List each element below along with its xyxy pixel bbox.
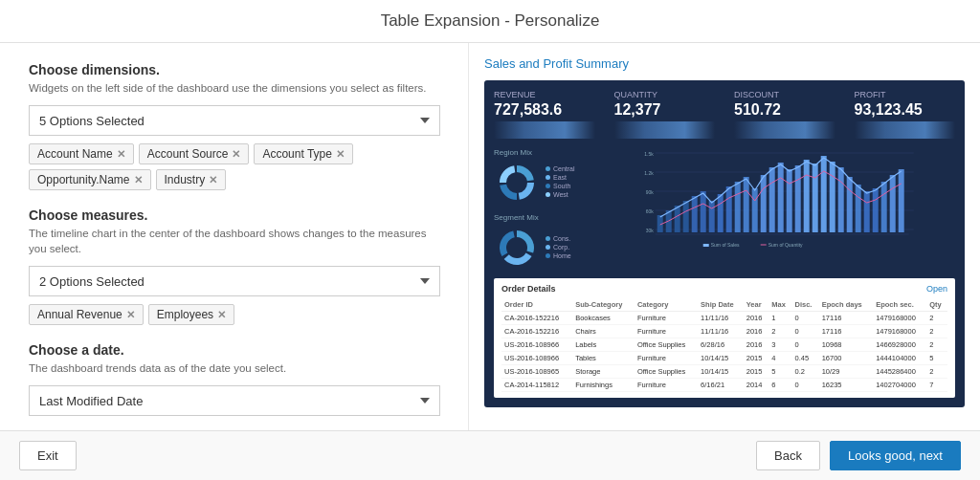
- metric-item-3: Profit 93,123.45: [855, 90, 956, 139]
- donut-legend: CentralEastSouthWest: [546, 165, 575, 200]
- date-desc: The dashboard trends data as of the date…: [29, 360, 439, 376]
- table-cell: CA-2016-152216: [501, 325, 572, 338]
- dimension-tag-close[interactable]: ✕: [117, 148, 125, 161]
- order-details-title: Order Details: [501, 284, 556, 294]
- order-table-header: Disc.: [792, 298, 819, 312]
- table-cell: 0: [792, 312, 819, 325]
- table-row: CA-2014-115812FurnishingsFurniture6/16/2…: [501, 379, 947, 392]
- order-details-card: Order Details Open Order IDSub-CategoryC…: [494, 278, 955, 398]
- top-bar: Table Expansion - Personalize: [0, 0, 980, 43]
- measures-title: Choose measures.: [29, 207, 439, 223]
- metric-sparkline: [734, 121, 835, 139]
- dimensions-dropdown[interactable]: 5 Options Selected: [29, 105, 440, 136]
- table-cell: Furniture: [635, 352, 698, 365]
- page-title: Table Expansion - Personalize: [381, 11, 600, 30]
- exit-button[interactable]: Exit: [19, 441, 77, 470]
- next-button[interactable]: Looks good, next: [830, 441, 961, 470]
- table-cell: 7: [926, 379, 947, 392]
- table-row: US-2016-108965StorageOffice Supplies10/1…: [501, 365, 947, 379]
- measure-tag: Employees✕: [148, 304, 234, 325]
- metric-item-2: Discount 510.72: [734, 90, 835, 139]
- donut-0: Region MixCentralEastSouthWest: [494, 148, 575, 206]
- svg-rect-34: [863, 191, 869, 232]
- svg-rect-25: [786, 169, 791, 232]
- table-cell: 1466928000: [873, 338, 926, 352]
- table-cell: Chairs: [572, 325, 635, 338]
- dimension-tag-close[interactable]: ✕: [209, 174, 217, 186]
- metric-label: Quantity: [614, 90, 716, 99]
- table-cell: US-2016-108965: [501, 365, 572, 379]
- dimensions-dropdown-arrow: [420, 118, 430, 123]
- table-cell: 2: [926, 312, 947, 325]
- table-cell: 2: [926, 325, 947, 338]
- back-button[interactable]: Back: [756, 441, 820, 470]
- table-cell: 1479168000: [873, 325, 926, 338]
- dimension-tag: Account Name✕: [29, 143, 134, 164]
- table-row: CA-2016-152216BookcasesFurniture11/11/16…: [501, 312, 947, 325]
- metric-sparkline: [614, 121, 716, 139]
- order-table-header: Max: [768, 298, 791, 312]
- right-panel: Sales and Profit Summary Revenue 727,583…: [469, 43, 980, 430]
- svg-rect-22: [760, 175, 766, 232]
- table-cell: 1: [768, 312, 791, 325]
- order-table-header: Year: [744, 298, 769, 312]
- table-cell: 10968: [819, 338, 874, 352]
- dimension-tag-close[interactable]: ✕: [232, 148, 240, 161]
- svg-rect-27: [803, 160, 809, 232]
- table-cell: 16235: [819, 379, 874, 392]
- table-cell: US-2016-108966: [501, 338, 572, 352]
- table-cell: US-2016-108966: [501, 352, 572, 365]
- table-cell: CA-2016-152216: [501, 312, 572, 325]
- donut-legend: Cons.Corp.Home: [546, 235, 571, 261]
- table-cell: 6: [768, 379, 791, 392]
- charts-middle: Region MixCentralEastSouthWestSegment Mi…: [494, 148, 955, 271]
- table-cell: Labels: [572, 338, 635, 352]
- dimension-tag-close[interactable]: ✕: [134, 174, 143, 186]
- table-cell: 2016: [744, 338, 769, 352]
- measure-tag-close[interactable]: ✕: [126, 309, 135, 321]
- metric-value: 727,583.6: [494, 101, 595, 119]
- bar-chart-svg: 1.5k 1.2k 90k 60k 30k: [585, 148, 955, 253]
- date-dropdown-arrow: [420, 398, 430, 404]
- measures-dropdown-value: 2 Options Selected: [39, 274, 145, 289]
- measure-tag-close[interactable]: ✕: [217, 309, 226, 321]
- order-table-header: Ship Date: [698, 298, 744, 312]
- table-cell: 4: [768, 352, 791, 365]
- dimensions-section: Choose dimensions. Widgets on the left s…: [29, 62, 439, 190]
- measure-tag: Annual Revenue✕: [29, 304, 144, 325]
- table-cell: 1444104000: [873, 352, 926, 365]
- table-cell: 1445286400: [873, 365, 926, 379]
- measures-dropdown[interactable]: 2 Options Selected: [29, 266, 440, 296]
- table-cell: 1402704000: [873, 379, 926, 392]
- table-row: US-2016-108966TablesFurniture10/14/15201…: [501, 352, 947, 365]
- svg-text:1.5k: 1.5k: [644, 151, 654, 157]
- table-cell: Furniture: [635, 312, 698, 325]
- dimension-tag: Account Type✕: [254, 143, 353, 164]
- dimensions-tags: Account Name✕Account Source✕Account Type…: [29, 143, 439, 190]
- svg-rect-32: [846, 177, 852, 232]
- date-section: Choose a date. The dashboard trends data…: [29, 342, 439, 416]
- dimension-tag-close[interactable]: ✕: [336, 148, 345, 161]
- table-cell: 11/11/16: [698, 325, 744, 338]
- table-row: CA-2016-152216ChairsFurniture11/11/16201…: [501, 325, 947, 338]
- date-dropdown[interactable]: Last Modified Date: [29, 385, 440, 416]
- table-cell: 0: [792, 325, 819, 338]
- table-cell: 17116: [819, 325, 874, 338]
- table-cell: 0: [792, 379, 819, 392]
- measures-section: Choose measures. The timeline chart in t…: [29, 207, 439, 325]
- svg-text:60k: 60k: [645, 208, 654, 214]
- table-cell: 11/11/16: [698, 312, 744, 325]
- svg-rect-29: [820, 156, 826, 232]
- dimension-tag: Account Source✕: [139, 143, 250, 164]
- svg-rect-20: [743, 177, 748, 232]
- svg-rect-12: [674, 206, 679, 232]
- order-details-open[interactable]: Open: [926, 284, 947, 294]
- order-table-header: Epoch sec.: [873, 298, 926, 312]
- metric-sparkline: [494, 121, 595, 139]
- dimensions-dropdown-value: 5 Options Selected: [39, 114, 145, 128]
- table-cell: CA-2014-115812: [501, 379, 572, 392]
- left-panel: Choose dimensions. Widgets on the left s…: [0, 43, 469, 430]
- svg-rect-17: [717, 194, 723, 232]
- table-cell: Furnishings: [572, 379, 635, 392]
- table-cell: Storage: [572, 365, 635, 379]
